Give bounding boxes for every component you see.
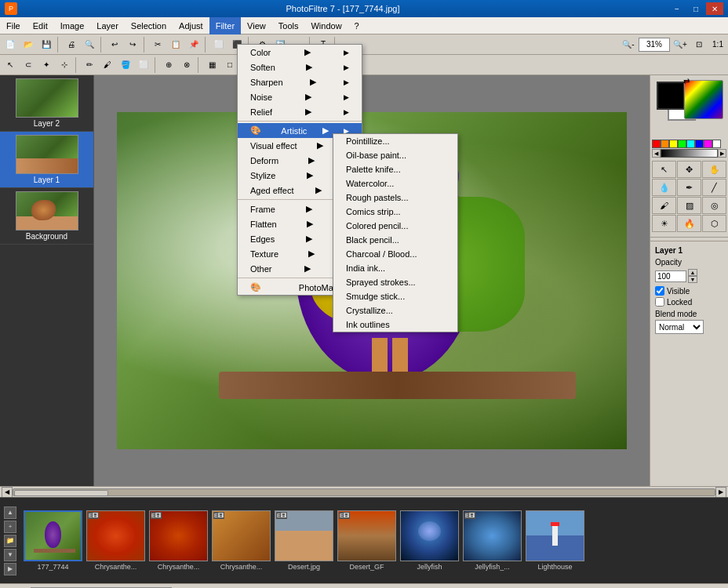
submenu-sprayed-strokes[interactable]: Sprayed strokes... [333, 275, 457, 289]
menu-layer[interactable]: Layer [90, 17, 125, 34]
color-cell-yellow[interactable] [669, 140, 678, 148]
tool-magic[interactable]: ✦ [38, 56, 55, 74]
color-palette-btn[interactable] [684, 80, 723, 119]
filmstrip-add[interactable]: + [4, 521, 16, 533]
copy-button[interactable]: 📋 [167, 36, 184, 53]
open-button[interactable]: 📂 [20, 36, 37, 53]
opacity-input[interactable]: 100 [655, 270, 686, 282]
blend-mode-select[interactable]: Normal Multiply Screen Overlay [655, 320, 704, 334]
menu-edit[interactable]: Edit [27, 17, 54, 34]
color-cell-orange[interactable] [661, 140, 669, 148]
tool-blur[interactable]: ◎ [702, 197, 726, 214]
cut-button[interactable]: ✂ [149, 36, 166, 53]
menu-file[interactable]: File [0, 17, 27, 34]
tool-eyedrop[interactable]: 💧 [652, 179, 676, 196]
tool-line[interactable]: ╱ [702, 179, 726, 196]
film-item-3[interactable]: E🎞 Chrysanthe... [212, 510, 271, 571]
preview-button[interactable]: 🔍 [81, 36, 98, 53]
submenu-watercolor[interactable]: Watercolor... [333, 176, 457, 191]
submenu-charcoal[interactable]: Charcoal / Blood... [333, 247, 457, 261]
tool-heal[interactable]: ⊗ [178, 56, 195, 74]
tool-fill[interactable]: 🪣 [117, 56, 134, 74]
redo-button[interactable]: ↪ [124, 36, 141, 53]
filter-sharpen[interactable]: Sharpen ▶ [238, 74, 362, 89]
zoom-fit-button[interactable]: ⊡ [690, 36, 708, 53]
menu-image[interactable]: Image [54, 17, 91, 34]
tool-select[interactable]: ↖ [2, 56, 19, 74]
opacity-down[interactable]: ▼ [688, 276, 697, 283]
menu-filter[interactable]: Filter [209, 17, 241, 34]
filter-soften[interactable]: Soften ▶ [238, 60, 362, 74]
filter-color[interactable]: Color ▶ [238, 45, 362, 60]
tool-pencil[interactable]: ✏ [81, 56, 98, 74]
tool-brush2[interactable]: 🖌 [652, 197, 676, 214]
submenu-comics-strip[interactable]: Comics strip... [333, 205, 457, 219]
locked-checkbox[interactable] [655, 297, 664, 307]
scroll-track[interactable] [13, 488, 715, 496]
zoom-out-button[interactable]: 🔍- [620, 36, 637, 53]
tool-burn[interactable]: 🔥 [677, 215, 701, 232]
film-item-1[interactable]: E🎞 Chrysanthe... [86, 510, 145, 571]
zoom-input[interactable]: 31% [639, 38, 670, 52]
submenu-colored-pencil[interactable]: Colored pencil... [333, 219, 457, 233]
filmstrip-folder[interactable]: 📁 [4, 535, 16, 547]
menu-selection[interactable]: Selection [125, 17, 173, 34]
filmstrip-scroll-down[interactable]: ▼ [4, 549, 16, 561]
layer-item-2[interactable]: Layer 2 [0, 75, 93, 132]
submenu-crystallize[interactable]: Crystallize... [333, 303, 457, 318]
undo-button[interactable]: ↩ [106, 36, 123, 53]
filter-noise[interactable]: Noise ▶ [238, 89, 362, 104]
save-button[interactable]: 💾 [38, 36, 55, 53]
minimize-button[interactable]: − [668, 2, 686, 15]
color-nav-right[interactable]: ▶ [718, 149, 726, 158]
print-button[interactable]: 🖨 [63, 36, 80, 53]
submenu-smudge-stick[interactable]: Smudge stick... [333, 289, 457, 303]
select-all-button[interactable]: ⬜ [210, 36, 228, 53]
tool-lasso[interactable]: ⊂ [20, 56, 37, 74]
film-item-5[interactable]: E🎞 Desert_GF [337, 510, 396, 571]
submenu-pointillize[interactable]: Pointillize... [333, 134, 457, 148]
close-button[interactable]: ✕ [706, 2, 723, 15]
locked-checkbox-label[interactable]: Locked [655, 297, 723, 307]
scroll-left-button[interactable]: ◀ [2, 487, 13, 498]
layer-item-1[interactable]: Layer 1 [0, 132, 93, 188]
swap-colors-button[interactable]: ⇄ [683, 77, 690, 85]
tool-sponge[interactable]: ⬡ [702, 215, 726, 232]
tool-arrow[interactable]: ↖ [652, 161, 676, 178]
submenu-black-pencil[interactable]: Black pencil... [333, 233, 457, 247]
menu-adjust[interactable]: Adjust [173, 17, 209, 34]
zoom-in-button[interactable]: 🔍+ [672, 36, 689, 53]
tool-shapes[interactable]: □ [221, 56, 238, 74]
tool-move[interactable]: ✥ [677, 161, 701, 178]
color-cell-magenta[interactable] [704, 140, 712, 148]
tool-hand[interactable]: ✋ [702, 161, 726, 178]
visible-checkbox[interactable] [655, 286, 664, 296]
color-cell-green[interactable] [678, 140, 686, 148]
foreground-color-box[interactable] [657, 82, 685, 110]
tool-brush[interactable]: 🖌 [99, 56, 116, 74]
film-item-0[interactable]: E🎞 177_7744 [24, 510, 82, 571]
film-item-4[interactable]: E🎞 Desert.jpg [275, 510, 333, 571]
tool-fill2[interactable]: ▨ [677, 197, 701, 214]
submenu-palette-knife[interactable]: Palette knife... [333, 162, 457, 176]
menu-help[interactable]: ? [348, 17, 366, 34]
tool-eraser[interactable]: ⬜ [135, 56, 152, 74]
film-item-8[interactable]: E🎞 Lighthouse [526, 510, 584, 571]
paste-button[interactable]: 📌 [185, 36, 202, 53]
filmstrip-scroll-up[interactable]: ▲ [4, 506, 16, 519]
film-item-6[interactable]: E🎞 Jellyfish [400, 510, 459, 571]
color-cell-cyan[interactable] [686, 140, 695, 148]
opacity-spinner[interactable]: ▲ ▼ [688, 269, 697, 283]
submenu-india-ink[interactable]: India ink... [333, 261, 457, 275]
scroll-right-button[interactable]: ▶ [715, 487, 726, 498]
film-item-7[interactable]: E🎞 Jellyfish_... [463, 510, 522, 571]
submenu-ink-outlines[interactable]: Ink outlines [333, 318, 457, 332]
zoom-actual-button[interactable]: 1:1 [709, 36, 726, 53]
tool-gradient[interactable]: ▦ [203, 56, 220, 74]
color-nav-left[interactable]: ◀ [652, 149, 661, 158]
menu-window[interactable]: Window [304, 17, 348, 34]
menu-view[interactable]: View [241, 17, 272, 34]
layer-item-bg[interactable]: Background [0, 188, 93, 245]
scroll-thumb[interactable] [14, 490, 108, 496]
submenu-oilbase[interactable]: Oil-base paint... [333, 148, 457, 162]
